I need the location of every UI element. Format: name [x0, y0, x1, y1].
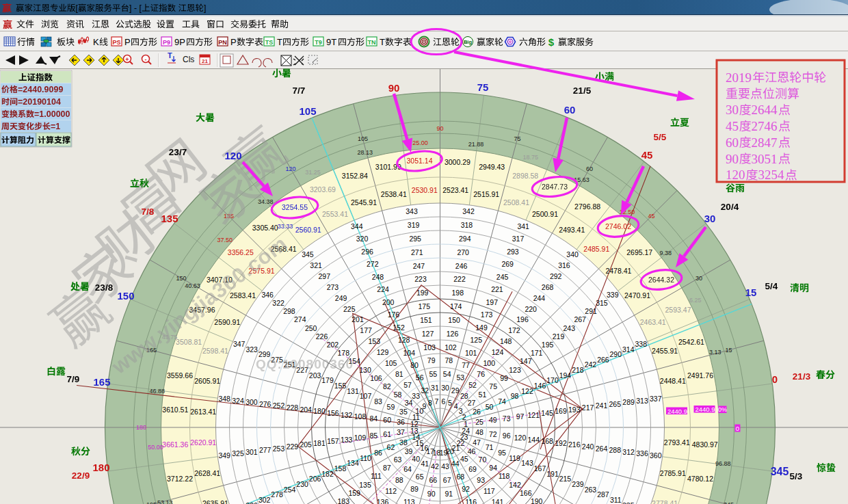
svg-text:105: 105	[358, 135, 368, 142]
svg-text:75: 75	[477, 81, 489, 93]
svg-text:2508.41: 2508.41	[503, 198, 529, 207]
svg-text:24: 24	[462, 427, 470, 435]
svg-text:107: 107	[360, 392, 372, 400]
svg-text:2620.91: 2620.91	[190, 438, 216, 447]
svg-text:90: 90	[436, 125, 443, 132]
svg-text:3712.22: 3712.22	[167, 475, 193, 483]
svg-text:56: 56	[416, 373, 424, 382]
svg-text:178: 178	[338, 349, 350, 357]
svg-text:92: 92	[462, 485, 470, 493]
svg-text:113: 113	[403, 498, 415, 504]
svg-text:141: 141	[492, 498, 504, 504]
svg-text:205: 205	[300, 440, 312, 449]
svg-text:73: 73	[503, 414, 511, 423]
svg-text:30: 30	[695, 275, 702, 282]
svg-text:151: 151	[420, 316, 432, 324]
svg-text:295: 295	[409, 235, 421, 243]
svg-text:218: 218	[572, 366, 584, 374]
svg-text:PS: PS	[112, 39, 120, 46]
svg-text:71: 71	[486, 443, 494, 451]
svg-text:58: 58	[394, 390, 402, 399]
svg-text:15: 15	[726, 347, 732, 354]
svg-text:84: 84	[369, 414, 377, 423]
svg-text:173: 173	[481, 310, 493, 319]
svg-text:269: 269	[501, 260, 514, 268]
svg-text:219: 219	[553, 332, 565, 341]
svg-text:35: 35	[399, 408, 408, 416]
svg-text:2598.41: 2598.41	[202, 347, 228, 355]
svg-text:64: 64	[403, 465, 412, 473]
svg-text:21.88: 21.88	[468, 141, 484, 148]
svg-text:2746: 2746	[752, 119, 778, 133]
svg-text:241: 241	[596, 401, 608, 410]
svg-text:2545.91: 2545.91	[351, 198, 377, 207]
svg-text:105: 105	[385, 359, 397, 367]
svg-text:72: 72	[489, 430, 497, 438]
svg-text:239: 239	[572, 480, 584, 488]
svg-text:133: 133	[341, 436, 353, 444]
svg-text:201: 201	[352, 315, 364, 323]
svg-text:3000.29: 3000.29	[445, 158, 471, 166]
svg-text:2530.91: 2530.91	[412, 186, 438, 194]
svg-text:0: 0	[772, 373, 778, 385]
svg-text:294: 294	[459, 235, 471, 243]
svg-text:119: 119	[509, 454, 520, 462]
svg-text:37.50: 37.50	[217, 237, 233, 243]
svg-text:226: 226	[316, 332, 328, 341]
svg-text:319: 319	[408, 221, 420, 229]
svg-text:5/3: 5/3	[790, 471, 803, 481]
svg-text:55: 55	[429, 370, 437, 378]
svg-text:316: 316	[558, 261, 570, 269]
svg-text:343: 343	[406, 207, 418, 215]
svg-text:291: 291	[585, 307, 597, 315]
svg-text:171: 171	[531, 349, 543, 357]
svg-text:8: 8	[428, 399, 432, 407]
svg-text:144: 144	[528, 436, 540, 444]
svg-text:196: 196	[516, 315, 529, 323]
svg-text:28: 28	[460, 392, 468, 400]
svg-text:112: 112	[385, 487, 397, 495]
svg-text:248: 248	[372, 273, 384, 281]
svg-text:53: 53	[456, 373, 464, 382]
svg-text:360: 360	[650, 451, 662, 460]
svg-text:80: 80	[410, 361, 419, 369]
svg-text:25: 25	[475, 418, 483, 426]
svg-text:338: 338	[635, 340, 648, 348]
svg-text:183: 183	[338, 497, 350, 504]
svg-text:268: 268	[542, 283, 554, 291]
svg-text:51: 51	[479, 390, 487, 399]
svg-text:250: 250	[305, 324, 317, 332]
svg-text:203: 203	[309, 371, 321, 380]
svg-text:2491.76: 2491.76	[687, 371, 713, 380]
svg-text:129: 129	[377, 348, 389, 356]
svg-text:223: 223	[414, 275, 427, 283]
svg-text:31.25: 31.25	[305, 169, 321, 176]
svg-text:287: 287	[597, 490, 609, 499]
svg-text:3254: 3254	[758, 168, 785, 182]
svg-text:135: 135	[359, 481, 371, 489]
svg-text:2695.17: 2695.17	[626, 248, 652, 256]
svg-text:300: 300	[246, 398, 258, 406]
svg-text:174: 174	[450, 302, 462, 310]
svg-text:T9: T9	[315, 39, 322, 46]
svg-text:266: 266	[597, 356, 609, 364]
svg-text:2463.41: 2463.41	[640, 318, 666, 326]
svg-text:272: 272	[367, 260, 379, 268]
svg-text:252: 252	[273, 401, 285, 410]
svg-text:50.00: 50.00	[148, 444, 163, 451]
svg-text:244: 244	[533, 294, 546, 302]
svg-text:22/9: 22/9	[72, 470, 90, 481]
svg-text:302: 302	[259, 496, 271, 504]
svg-text:3: 3	[459, 407, 463, 415]
svg-text:264: 264	[596, 445, 608, 453]
svg-text:2644.32: 2644.32	[648, 276, 674, 284]
svg-text:217: 217	[582, 403, 594, 412]
svg-text:347: 347	[233, 340, 246, 348]
svg-text:7/9: 7/9	[67, 374, 80, 384]
svg-text:94: 94	[489, 464, 497, 472]
svg-text:90: 90	[726, 152, 739, 166]
svg-text:317: 317	[512, 235, 525, 243]
svg-text:228: 228	[287, 403, 299, 412]
svg-text:143: 143	[521, 459, 533, 467]
svg-text:4830.97: 4830.97	[692, 440, 718, 449]
